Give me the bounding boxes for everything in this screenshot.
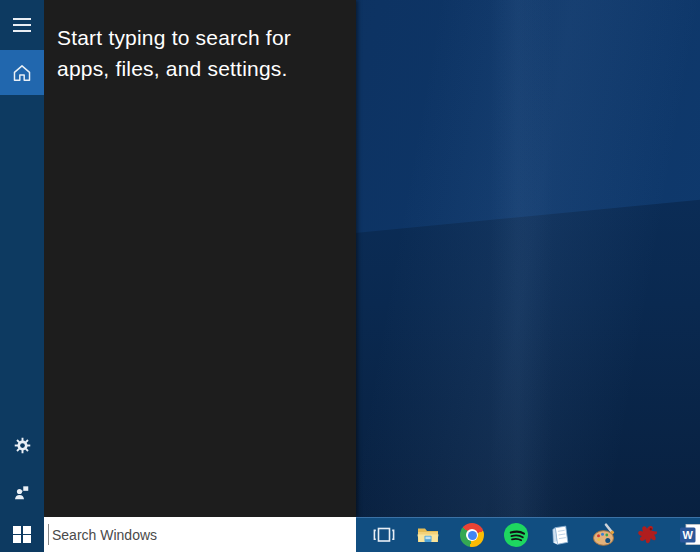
- menu-button[interactable]: [0, 0, 44, 50]
- search-hint-line1: Start typing to search for: [57, 22, 291, 53]
- notepad-icon: [548, 523, 573, 548]
- sidebar-spacer: [0, 95, 44, 425]
- task-view-icon: [371, 522, 397, 548]
- taskbar-word-button[interactable]: W: [670, 518, 700, 552]
- chrome-icon: [460, 523, 484, 547]
- windows-desktop-screen: Start typing to search for apps, files, …: [0, 0, 700, 552]
- taskbar-paint-button[interactable]: [582, 518, 626, 552]
- taskbar-red-app-button[interactable]: [626, 518, 670, 552]
- taskbar-chrome-button[interactable]: [450, 518, 494, 552]
- spotify-icon: [504, 523, 528, 547]
- sidebar-item-feedback[interactable]: [0, 473, 44, 513]
- folder-icon: [415, 522, 441, 548]
- text-caret: [48, 524, 49, 545]
- gear-icon: [13, 436, 32, 455]
- sidebar-item-home[interactable]: [0, 50, 44, 95]
- start-button[interactable]: [0, 517, 44, 552]
- search-input[interactable]: [44, 517, 356, 552]
- search-sidebar: [0, 0, 44, 552]
- search-hint-line2: apps, files, and settings.: [57, 53, 291, 84]
- word-icon: W: [679, 522, 700, 548]
- taskbar-task-view-button[interactable]: [362, 518, 406, 552]
- search-box: [44, 517, 356, 552]
- sidebar-item-settings[interactable]: [0, 425, 44, 465]
- paint-icon: [591, 522, 617, 548]
- red-app-icon: [636, 523, 661, 548]
- search-flyout-panel: Start typing to search for apps, files, …: [44, 0, 356, 517]
- taskbar-spotify-button[interactable]: [494, 518, 538, 552]
- feedback-icon: [12, 483, 32, 503]
- home-icon: [11, 62, 33, 84]
- taskbar-notepad-button[interactable]: [538, 518, 582, 552]
- search-hint-text: Start typing to search for apps, files, …: [57, 22, 291, 84]
- taskbar-file-explorer-button[interactable]: [406, 518, 450, 552]
- taskbar: W: [356, 517, 700, 552]
- svg-text:W: W: [683, 529, 694, 541]
- hamburger-icon: [13, 18, 31, 32]
- windows-logo-icon: [13, 526, 31, 544]
